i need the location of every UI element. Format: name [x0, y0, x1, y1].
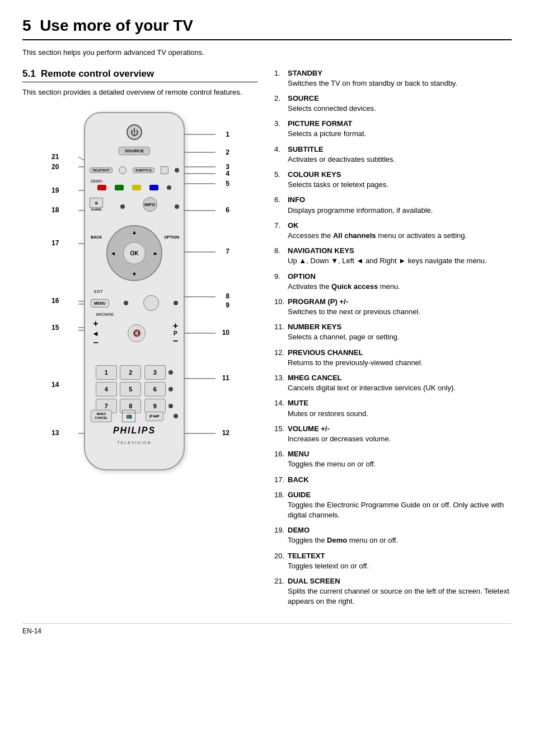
- num-2[interactable]: 2: [120, 365, 141, 380]
- callout-18: 18: [51, 206, 59, 214]
- list-item: 19. DEMO Toggles the Demo menu on or off…: [274, 525, 512, 545]
- mute-button[interactable]: 🔇: [128, 324, 146, 342]
- menu-button[interactable]: MENU: [91, 299, 109, 307]
- dot-13: [168, 404, 173, 408]
- dot-6b: [175, 204, 179, 209]
- list-item: 4. SUBTITLE Activates or deactivates sub…: [274, 144, 512, 165]
- nav-right[interactable]: ►: [153, 250, 158, 256]
- blue-key[interactable]: [149, 185, 158, 190]
- dot-menu: [124, 301, 128, 305]
- callout-1: 1: [226, 130, 229, 138]
- section-title: 5.1 Remote control overview: [22, 68, 257, 82]
- callout-7: 7: [226, 248, 229, 255]
- demo-label: DEMO: [91, 179, 102, 183]
- callout-19: 19: [51, 186, 59, 194]
- back-label-remote: BACK: [91, 235, 102, 239]
- list-item: 16. MENU Toggles the menu on or off.: [274, 449, 512, 469]
- option-label-remote: OPTION: [164, 235, 179, 239]
- source-button[interactable]: SOURCE: [119, 147, 150, 155]
- dot-menu2: [174, 301, 178, 305]
- list-item: 15. VOLUME +/- Increases or decreases vo…: [274, 424, 512, 444]
- section-intro: This section provides a detailed overvie…: [22, 87, 257, 98]
- nav-up[interactable]: ▲: [132, 229, 137, 235]
- nav-cluster: ▲ ▼ ◄ ► OK: [106, 225, 162, 281]
- remote-body: SOURCE TELETEXT SUBTITLE DEMO: [84, 112, 185, 470]
- numpad-row-2: 4 5 6: [94, 382, 175, 396]
- mheg-button[interactable]: MHEG CANCEL: [91, 410, 112, 422]
- list-item: 21. DUAL SCREEN Splits the current chann…: [274, 576, 512, 607]
- icon-btn-1[interactable]: [119, 166, 127, 174]
- list-item: 3. PICTURE FORMAT Selects a picture form…: [274, 119, 512, 139]
- red-key[interactable]: [97, 185, 106, 190]
- num-5[interactable]: 5: [120, 382, 141, 396]
- numpad-row-1: 1 2 3: [94, 365, 175, 380]
- callout-21: 21: [51, 153, 59, 161]
- num-6[interactable]: 6: [144, 382, 166, 396]
- dot-pip: [174, 414, 178, 418]
- dot-indicator: [175, 168, 179, 172]
- teletext-button[interactable]: TELETEXT: [90, 167, 113, 173]
- page-footer: EN-14: [22, 623, 512, 635]
- vol-plus-btn[interactable]: +: [93, 319, 98, 328]
- green-key[interactable]: [115, 185, 124, 190]
- prog-plus-btn[interactable]: +: [173, 321, 178, 330]
- nav-left[interactable]: ◄: [110, 250, 116, 256]
- num-1[interactable]: 1: [96, 365, 117, 380]
- callout-17: 17: [51, 239, 59, 247]
- prog-col: + P −: [173, 321, 178, 346]
- callout-13: 13: [51, 429, 59, 437]
- feature-list: 1. STANDBY Switches the TV on from stand…: [274, 68, 512, 607]
- callout-4: 4: [226, 170, 229, 178]
- icon-btn-2[interactable]: [161, 166, 168, 174]
- remote-diagram: 21 20 19 18 17 16 15 14 13 1 2 3 4 5 6 7…: [22, 106, 257, 487]
- exit-label-remote: EXIT: [94, 290, 103, 293]
- list-item: 12. PREVIOUS CHANNEL Returns to the prev…: [274, 348, 512, 368]
- subtitle-button[interactable]: SUBTITLE: [133, 167, 154, 173]
- ok-button[interactable]: OK: [123, 242, 146, 264]
- dot-11: [168, 370, 173, 375]
- bottom-row: MHEG CANCEL 📺 P⇔P: [91, 410, 178, 422]
- list-item: 6. INFO Displays programme information, …: [274, 195, 512, 215]
- vol-minus-btn[interactable]: −: [93, 338, 98, 347]
- list-item: 11. NUMBER KEYS Selects a channel, page …: [274, 322, 512, 342]
- browse-label-remote: BROWSE: [96, 312, 114, 316]
- prog-p-label: P: [174, 330, 177, 337]
- nav-down[interactable]: ▼: [132, 271, 137, 277]
- list-item: 18. GUIDE Toggles the Electronic Program…: [274, 490, 512, 521]
- list-item: 8. NAVIGATION KEYS Up ▲, Down ▼, Left ◄ …: [274, 246, 512, 266]
- page-number: EN-14: [22, 627, 41, 635]
- option-circle-btn[interactable]: [143, 295, 159, 311]
- num-4[interactable]: 4: [96, 382, 117, 396]
- top-button-row: TELETEXT SUBTITLE: [90, 166, 179, 174]
- television-label: TELEVISION: [117, 441, 151, 445]
- list-item: 14. MUTE Mutes or restores sound.: [274, 398, 512, 418]
- guide-row: 🖥 GUIDE INFO: [90, 197, 179, 212]
- items-list: 1. STANDBY Switches the TV on from stand…: [274, 68, 512, 612]
- chapter-title: 5 Use more of your TV: [22, 17, 512, 40]
- list-item: 5. COLOUR KEYS Selects tasks or teletext…: [274, 170, 512, 190]
- vol-col: + ◄ −: [91, 319, 101, 347]
- callout-16: 16: [51, 297, 59, 305]
- list-item: 17. BACK: [274, 475, 512, 485]
- num-3[interactable]: 3: [144, 365, 166, 380]
- info-button[interactable]: INFO: [143, 197, 157, 212]
- callout-5: 5: [226, 180, 229, 188]
- pip-button[interactable]: P⇔P: [146, 412, 163, 421]
- callout-20: 20: [51, 163, 59, 171]
- numpad: 1 2 3 4 5 6 7 8: [94, 365, 175, 413]
- colour-keys-row: [93, 185, 176, 190]
- yellow-key[interactable]: [132, 185, 141, 190]
- list-item: 9. OPTION Activates the Quick access men…: [274, 272, 512, 292]
- vol-dot-btn: ◄: [92, 329, 100, 337]
- callout-8: 8: [226, 292, 229, 300]
- list-item: 7. OK Accesses the All channels menu or …: [274, 221, 512, 241]
- list-item: 2. SOURCE Selects connected devices.: [274, 94, 512, 114]
- guide-button[interactable]: 🖥 GUIDE: [90, 198, 103, 211]
- power-button[interactable]: [127, 124, 142, 140]
- prog-minus-btn[interactable]: −: [173, 337, 178, 346]
- callout-9: 9: [226, 301, 229, 309]
- dot-6: [120, 204, 125, 209]
- philips-logo: PHILIPS: [113, 426, 156, 436]
- list-item: 1. STANDBY Switches the TV on from stand…: [274, 68, 512, 88]
- menu-row: MENU: [91, 295, 178, 311]
